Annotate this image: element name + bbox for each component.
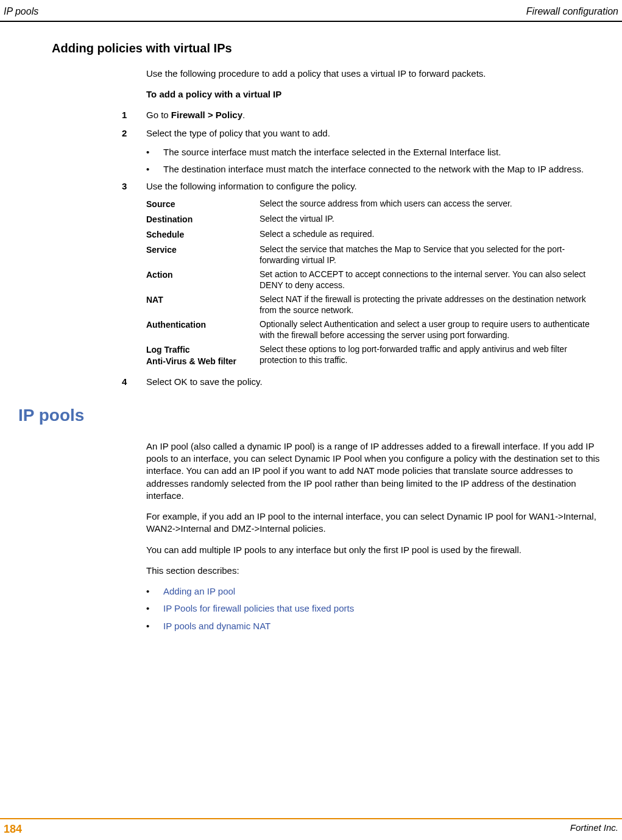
table-row: Service Select the service that matches … bbox=[146, 244, 601, 266]
bullet-dot: • bbox=[146, 163, 163, 175]
paragraph: You can add multiple IP pools to any int… bbox=[146, 544, 601, 556]
table-row: Destination Select the virtual IP. bbox=[146, 214, 601, 225]
bullet-dot: • bbox=[146, 602, 163, 615]
step-number: 4 bbox=[122, 376, 146, 388]
table-row: NAT Select NAT if the firewall is protec… bbox=[146, 294, 601, 316]
section-heading-adding-policies: Adding policies with virtual IPs bbox=[52, 40, 604, 57]
table-row: Source Select the source address from wh… bbox=[146, 199, 601, 210]
step-text: Select the type of policy that you want … bbox=[146, 127, 330, 139]
bullet-text: The destination interface must match the… bbox=[163, 163, 584, 175]
desc: Optionally select Authentication and sel… bbox=[260, 319, 601, 341]
step-number: 3 bbox=[122, 180, 146, 192]
term-action: Action bbox=[146, 269, 256, 291]
section-heading-ip-pools: IP pools bbox=[18, 404, 604, 427]
menu-path: Firewall > Policy bbox=[171, 110, 242, 120]
desc: Select these options to log port-forward… bbox=[260, 344, 601, 367]
link-ip-pools-dynamic-nat[interactable]: IP pools and dynamic NAT bbox=[163, 620, 270, 632]
step-1: 1 Go to Firewall > Policy. bbox=[146, 109, 601, 121]
step-text-part: . bbox=[242, 110, 245, 120]
bullet-dot: • bbox=[146, 620, 163, 632]
table-row: Authentication Optionally select Authent… bbox=[146, 319, 601, 341]
step-text: Go to Firewall > Policy. bbox=[146, 109, 245, 121]
sub-bullet: • The source interface must match the in… bbox=[146, 146, 601, 158]
step-text: Use the following information to configu… bbox=[146, 180, 357, 192]
desc: Select NAT if the firewall is protecting… bbox=[260, 294, 601, 316]
step-text: Select OK to save the policy. bbox=[146, 376, 263, 388]
intro-paragraph: Use the following procedure to add a pol… bbox=[146, 68, 601, 80]
paragraph: An IP pool (also called a dynamic IP poo… bbox=[146, 440, 601, 502]
term-service: Service bbox=[146, 244, 256, 266]
desc: Select the virtual IP. bbox=[260, 214, 334, 225]
step-text-part: Go to bbox=[146, 110, 171, 120]
link-adding-ip-pool[interactable]: Adding an IP pool bbox=[163, 585, 235, 598]
definition-table: Source Select the source address from wh… bbox=[146, 199, 601, 367]
desc: Select the service that matches the Map … bbox=[260, 244, 601, 266]
footer-right: Fortinet Inc. bbox=[570, 822, 618, 836]
term-schedule: Schedule bbox=[146, 229, 256, 241]
term-authentication: Authentication bbox=[146, 319, 256, 341]
table-row: Schedule Select a schedule as required. bbox=[146, 229, 601, 241]
term-line: Anti-Virus & Web filter bbox=[146, 356, 256, 367]
desc: Select the source address from which use… bbox=[260, 199, 512, 210]
bullet-dot: • bbox=[146, 146, 163, 158]
link-bullet: • IP Pools for firewall policies that us… bbox=[146, 602, 601, 615]
step-number: 2 bbox=[122, 127, 146, 139]
table-row: Log Traffic Anti-Virus & Web filter Sele… bbox=[146, 344, 601, 367]
step-number: 1 bbox=[122, 109, 146, 121]
paragraph: For example, if you add an IP pool to th… bbox=[146, 510, 601, 535]
desc: Select a schedule as required. bbox=[260, 229, 374, 241]
link-bullet: • IP pools and dynamic NAT bbox=[146, 620, 601, 632]
link-ip-pools-fixed-ports[interactable]: IP Pools for firewall policies that use … bbox=[163, 602, 354, 615]
term-source: Source bbox=[146, 199, 256, 210]
term-destination: Destination bbox=[146, 214, 256, 225]
page-footer: 184 Fortinet Inc. bbox=[0, 818, 622, 836]
page-number: 184 bbox=[4, 822, 22, 836]
term-line: Log Traffic bbox=[146, 344, 256, 356]
procedure-title: To add a policy with a virtual IP bbox=[146, 88, 601, 101]
term-log-av: Log Traffic Anti-Virus & Web filter bbox=[146, 344, 256, 367]
step-4: 4 Select OK to save the policy. bbox=[146, 376, 601, 388]
term-nat: NAT bbox=[146, 294, 256, 316]
paragraph: This section describes: bbox=[146, 565, 601, 577]
step-2: 2 Select the type of policy that you wan… bbox=[146, 127, 601, 139]
bullet-text: The source interface must match the inte… bbox=[163, 146, 501, 158]
link-bullet: • Adding an IP pool bbox=[146, 585, 601, 598]
header-right: Firewall configuration bbox=[526, 5, 618, 18]
bullet-dot: • bbox=[146, 585, 163, 598]
step-3: 3 Use the following information to confi… bbox=[146, 180, 601, 192]
table-row: Action Set action to ACCEPT to accept co… bbox=[146, 269, 601, 291]
page-content: Adding policies with virtual IPs Use the… bbox=[0, 22, 622, 632]
page-header: IP pools Firewall configuration bbox=[0, 0, 622, 22]
sub-bullet: • The destination interface must match t… bbox=[146, 163, 601, 175]
header-left: IP pools bbox=[4, 5, 38, 18]
desc: Set action to ACCEPT to accept connectio… bbox=[260, 269, 601, 291]
